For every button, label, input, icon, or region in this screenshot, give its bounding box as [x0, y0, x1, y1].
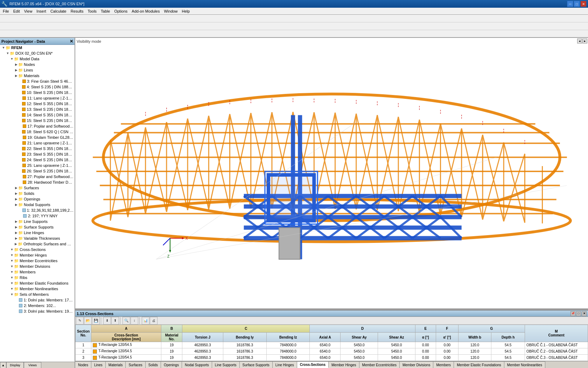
menu-item-calculate[interactable]: Calculate — [48, 8, 69, 14]
tree-item[interactable]: 28: Hardwood Timber D70... — [0, 179, 75, 185]
tree-item[interactable]: 22: Steel S 355 | DIN 18800:1... — [0, 146, 75, 151]
tree-item[interactable]: ▶📁Solids — [0, 191, 75, 196]
menu-item-help[interactable]: Help — [180, 8, 192, 14]
bottom-tab-member-divisions[interactable]: Member Divisions — [400, 361, 433, 368]
menu-item-results[interactable]: Results — [69, 8, 86, 14]
cs-new-btn[interactable]: ✎ — [76, 317, 84, 325]
menu-item-table[interactable]: Table — [99, 8, 112, 14]
cs-print-btn[interactable]: 🖨 — [150, 317, 158, 325]
table-row[interactable]: 3T-Rectangle 120/54.5194628950.31618786.… — [76, 355, 588, 361]
table-row[interactable]: 2T-Rectangle 120/54.5194628950.31618786.… — [76, 348, 588, 355]
tree-item[interactable]: ▼📁Sets of Members — [0, 292, 75, 297]
tree-item[interactable]: ▼📁Members — [0, 269, 75, 275]
expand-icon[interactable]: ▶ — [14, 191, 18, 196]
bottom-tab-materials[interactable]: Materials — [106, 361, 126, 368]
cs-export-btn[interactable]: ⬆ — [111, 317, 119, 325]
tree-item[interactable]: 14: Steel S 355 | DIN 18800:1... — [0, 112, 75, 118]
tree-item[interactable]: ▼📁RFEM — [0, 45, 75, 50]
menu-item-view[interactable]: View — [22, 8, 35, 14]
tree-item[interactable]: 1: 32,36,91,92,188,199,249,2... — [0, 207, 75, 213]
tree-item[interactable]: 4: Steel S 235 | DIN 18800:19... — [0, 84, 75, 90]
col-header-C[interactable]: C — [182, 325, 310, 333]
3d-view[interactable]: Visibility mode — [75, 38, 588, 308]
bottom-tab-lines[interactable]: Lines — [91, 361, 106, 368]
bottom-tab-solids[interactable]: Solids — [146, 361, 161, 368]
menu-item-edit[interactable]: Edit — [11, 8, 22, 14]
minimize-button[interactable]: ─ — [567, 1, 573, 7]
expand-icon[interactable]: ▶ — [14, 242, 18, 246]
bottom-tab-member-nonlinearities[interactable]: Member Nonlinearities — [504, 361, 545, 368]
panel-close-button[interactable]: ✕ — [70, 39, 73, 44]
tree-item[interactable]: 10: Steel S 235 | DIN 18800:1... — [0, 90, 75, 95]
views-tab[interactable]: Views — [24, 362, 41, 368]
tree-item[interactable]: 24: Steel S 235 | DIN 18800:1... — [0, 157, 75, 163]
tree-item[interactable]: ▶📁Line Hinges — [0, 230, 75, 236]
tree-item[interactable]: 2: 197; YYY NNY — [0, 213, 75, 219]
tree-item[interactable]: ▼📁Member Elastic Foundations — [0, 280, 75, 286]
bottom-tab-member-elastic-foundations[interactable]: Member Elastic Foundations — [454, 361, 504, 368]
expand-icon[interactable]: ▼ — [10, 275, 14, 280]
cs-import-btn[interactable]: ⬇ — [103, 317, 111, 325]
tree-item[interactable]: ▼📁Member Nonlinearities — [0, 286, 75, 292]
expand-icon[interactable]: ▼ — [10, 292, 14, 297]
expand-icon[interactable]: ▼ — [10, 287, 14, 291]
tree-item[interactable]: ▶📁Materials — [0, 73, 75, 79]
bottom-tab-members[interactable]: Members — [433, 361, 454, 368]
tree-item[interactable]: ▶📁Openings — [0, 196, 75, 202]
expand-icon[interactable]: ▶ — [14, 62, 18, 67]
bottom-tab-nodes[interactable]: Nodes — [75, 361, 91, 368]
tree-item[interactable]: ▶📁Nodes — [0, 62, 75, 67]
bottom-tab-surface-supports[interactable]: Surface Supports — [240, 361, 273, 368]
tree-item[interactable]: 23: Steel S 355 | DIN 18800:1... — [0, 151, 75, 157]
tree-item[interactable]: 27: Poplar and Softwood Ti... — [0, 174, 75, 179]
tree-item[interactable]: ▼📁Model Data — [0, 56, 75, 62]
tree-item[interactable]: 26: Steel S 235 | DIN 18800:1... — [0, 168, 75, 174]
menu-item-add-on-modules[interactable]: Add-on Modules — [130, 8, 162, 14]
tree-item[interactable]: 3: Dolní pás: Members: 195... — [0, 308, 75, 314]
panel-float[interactable]: □ — [576, 311, 581, 316]
menu-item-file[interactable]: File — [1, 8, 11, 14]
tree-item[interactable]: 18: Steel S 620 Q | CSN EN 1... — [0, 129, 75, 135]
expand-icon[interactable]: ▼ — [10, 259, 14, 263]
tree-item[interactable]: 17: Poplar and Softwood Ti... — [0, 123, 75, 129]
expand-icon[interactable]: ▶ — [14, 231, 18, 235]
expand-icon[interactable]: ▼ — [1, 46, 6, 50]
expand-icon[interactable]: ▶ — [14, 186, 18, 190]
tree-item[interactable]: ▶📁Line Supports — [0, 219, 75, 224]
tree-item[interactable]: ▼📁Member Divisions — [0, 264, 75, 269]
cs-sort-btn[interactable]: ↕ — [131, 317, 138, 325]
tree-item[interactable]: ▼📁Member Eccentricities — [0, 258, 75, 264]
tree-item[interactable]: 21: Lano upravene | Z-14.7-... — [0, 140, 75, 146]
expand-icon[interactable]: ▶ — [14, 225, 18, 229]
expand-icon[interactable]: ▶ — [14, 68, 18, 72]
cs-open-btn[interactable]: 📂 — [84, 317, 92, 325]
display-tab[interactable]: Display — [6, 362, 24, 368]
expand-icon[interactable]: ▶ — [14, 236, 18, 240]
expand-icon[interactable]: ▼ — [10, 264, 14, 268]
menu-item-options[interactable]: Options — [112, 8, 130, 14]
tree-item[interactable]: 3: Fine Grain Steel S 460 M |... — [0, 79, 75, 84]
menu-item-window[interactable]: Window — [162, 8, 180, 14]
tree-item[interactable]: 12: Steel S 355 | DIN 18800:1... — [0, 101, 75, 107]
tree-item[interactable]: 19: Glulam Timber GL28h |... — [0, 135, 75, 140]
menu-item-insert[interactable]: Insert — [34, 8, 48, 14]
tree-item[interactable]: ▼📁Ribs — [0, 275, 75, 280]
bottom-tab-line-supports[interactable]: Line Supports — [212, 361, 240, 368]
tree-item[interactable]: ▶📁Variable Thicknesses — [0, 236, 75, 241]
tree-item[interactable]: ▼📁Member Hinges — [0, 252, 75, 258]
col-header-B[interactable]: B — [161, 325, 182, 333]
expand-icon[interactable]: ▶ — [14, 219, 18, 224]
panel-pin[interactable]: 📌 — [570, 311, 575, 316]
data-tab[interactable]: ▲ — [0, 362, 6, 368]
tree-item[interactable]: 2: Members: 102... — [0, 303, 75, 308]
col-header-D[interactable]: D — [310, 325, 415, 333]
col-header-A[interactable]: A — [91, 325, 161, 333]
tree-item[interactable]: ▶📁Surfaces — [0, 185, 75, 191]
cs-filter-btn[interactable]: 🔍 — [122, 317, 130, 325]
bottom-tab-member-eccentricities[interactable]: Member Eccentricities — [359, 361, 400, 368]
bottom-tab-line-hinges[interactable]: Line Hinges — [273, 361, 297, 368]
tree-item[interactable]: 11: Lano upravene | Z-14.7-... — [0, 95, 75, 101]
tree-item[interactable]: ▼📁DOX 02_00 CSN EN* — [0, 50, 75, 56]
close-button[interactable]: ✕ — [580, 1, 587, 7]
expand-icon[interactable]: ▶ — [14, 74, 18, 78]
